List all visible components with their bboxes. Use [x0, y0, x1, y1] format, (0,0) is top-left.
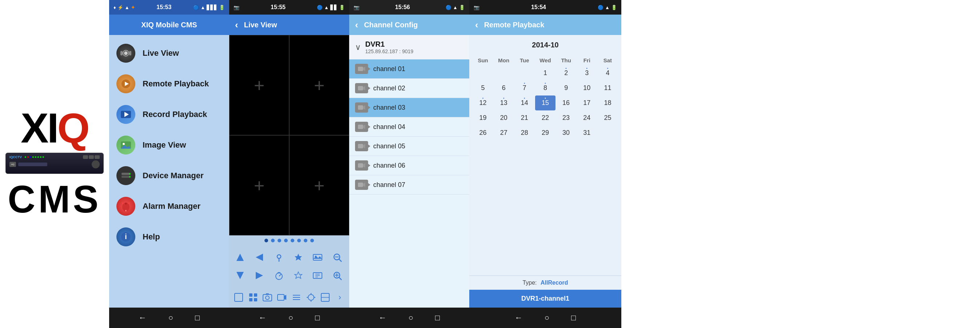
- cal-cell-18[interactable]: 18: [598, 96, 618, 110]
- channel-row-5[interactable]: channel 05: [349, 137, 469, 156]
- page-dot-7[interactable]: [304, 239, 307, 242]
- back-btn-pb[interactable]: ←: [515, 313, 523, 323]
- ptz-up-btn[interactable]: [232, 249, 248, 265]
- page-dot-6[interactable]: [297, 239, 301, 242]
- cal-cell-5[interactable]: 5: [473, 80, 493, 96]
- menu-item-live-view[interactable]: Live View: [109, 38, 229, 68]
- cal-cell-4[interactable]: 4: [598, 66, 618, 80]
- scene-btn[interactable]: [310, 249, 326, 265]
- calendar-month: 2014-10: [473, 38, 618, 51]
- more-btn[interactable]: ›: [333, 290, 346, 305]
- layout-wide-btn[interactable]: [319, 290, 332, 305]
- bt-channel-icon: 🔵: [445, 5, 452, 10]
- fullscreen-btn[interactable]: [304, 290, 318, 305]
- channel-row-1[interactable]: channel 01: [349, 59, 469, 79]
- cal-cell-19[interactable]: 19: [473, 110, 493, 125]
- menu-item-remote-playback[interactable]: Remote Playback: [109, 69, 229, 98]
- cal-cell-28[interactable]: 28: [514, 125, 535, 140]
- cal-cell-17[interactable]: 17: [577, 96, 597, 110]
- menu-item-image-view[interactable]: Image View: [109, 130, 229, 160]
- cal-cell-23[interactable]: 23: [556, 110, 576, 125]
- focus-btn[interactable]: [290, 267, 306, 283]
- cal-cell-14[interactable]: 14: [514, 96, 535, 110]
- cal-cell-11[interactable]: 11: [598, 80, 618, 96]
- cal-cell-22[interactable]: 22: [535, 110, 555, 125]
- cal-cell-12[interactable]: 12: [473, 96, 493, 110]
- ptz-left-btn[interactable]: [251, 249, 267, 265]
- cal-cell-21[interactable]: 21: [514, 110, 535, 125]
- channel-row-4[interactable]: channel 04: [349, 117, 469, 137]
- ptz-right-btn[interactable]: [251, 267, 267, 283]
- cal-cell-2[interactable]: 2: [556, 66, 576, 80]
- cal-cell-6[interactable]: 6: [494, 80, 514, 96]
- expand-dvr-icon[interactable]: ∨: [355, 43, 361, 52]
- back-btn-menu[interactable]: ←: [138, 313, 146, 323]
- cal-cell-25[interactable]: 25: [598, 110, 618, 125]
- recent-btn-live[interactable]: □: [315, 313, 320, 323]
- back-arrow-live[interactable]: ‹: [235, 19, 238, 30]
- iris-btn[interactable]: [290, 249, 306, 265]
- channel-row-3[interactable]: channel 03: [349, 98, 469, 117]
- layout-1x1-btn[interactable]: [232, 290, 245, 305]
- cal-cell-16[interactable]: 16: [556, 96, 576, 110]
- menu-item-alarm-manager[interactable]: Alarm Manager: [109, 192, 229, 221]
- record-btn[interactable]: [275, 290, 288, 305]
- page-dot-8[interactable]: [310, 239, 314, 242]
- home-btn-pb[interactable]: ○: [544, 313, 549, 323]
- live-cell-3[interactable]: +: [229, 135, 289, 235]
- zoom-in-btn[interactable]: [329, 267, 345, 283]
- live-cell-2[interactable]: +: [289, 35, 349, 135]
- cal-header-wed: Wed: [535, 55, 555, 66]
- speed-btn[interactable]: [271, 267, 287, 283]
- recent-btn-pb[interactable]: □: [571, 313, 576, 323]
- cal-cell-7[interactable]: 7: [514, 80, 535, 96]
- cal-cell-9[interactable]: 9: [556, 80, 576, 96]
- back-btn-live[interactable]: ←: [259, 313, 267, 323]
- cal-cell-20[interactable]: 20: [494, 110, 514, 125]
- zoom-out-btn[interactable]: [329, 249, 345, 265]
- live-cell-1[interactable]: +: [229, 35, 289, 135]
- cal-cell-10[interactable]: 10: [577, 80, 597, 96]
- menu-item-record-playback[interactable]: Record Playback: [109, 100, 229, 129]
- cal-cell-8[interactable]: 8: [535, 80, 555, 96]
- channel-row-6[interactable]: channel 06: [349, 156, 469, 175]
- cal-cell-29[interactable]: 29: [535, 125, 555, 140]
- back-arrow-channel[interactable]: ‹: [355, 19, 358, 30]
- cal-cell-24[interactable]: 24: [577, 110, 597, 125]
- page-dot-5[interactable]: [291, 239, 294, 242]
- location-btn[interactable]: [271, 249, 287, 265]
- ptz-down-btn[interactable]: [232, 267, 248, 283]
- channel-row-2[interactable]: channel 02: [349, 79, 469, 98]
- layout-2x2-btn[interactable]: [247, 290, 260, 305]
- home-btn-channel[interactable]: ○: [409, 313, 413, 323]
- home-btn-menu[interactable]: ○: [169, 313, 173, 323]
- svg-rect-49: [249, 298, 253, 301]
- recent-btn-channel[interactable]: □: [435, 313, 440, 323]
- home-btn-live[interactable]: ○: [288, 313, 293, 323]
- back-btn-channel[interactable]: ←: [379, 313, 387, 323]
- cal-cell-1[interactable]: 1: [535, 66, 555, 80]
- page-dot-2[interactable]: [271, 239, 275, 242]
- cal-cell-30[interactable]: 30: [556, 125, 576, 140]
- list-btn[interactable]: [290, 290, 303, 305]
- cal-cell-13[interactable]: 13: [494, 96, 514, 110]
- channel-select-btn[interactable]: DVR1-channel1: [469, 290, 621, 307]
- svg-point-59: [308, 294, 314, 300]
- scene2-btn[interactable]: [310, 267, 326, 283]
- menu-item-device-manager[interactable]: Device Manager: [109, 161, 229, 190]
- page-dot-4[interactable]: [284, 239, 288, 242]
- page-dot-1[interactable]: [264, 239, 268, 242]
- camera-pb-icon: 📷: [474, 5, 479, 10]
- page-dot-3[interactable]: [278, 239, 281, 242]
- channel-row-7[interactable]: channel 07: [349, 175, 469, 195]
- cal-cell-31[interactable]: 31: [577, 125, 597, 140]
- cal-cell-3[interactable]: 3: [577, 66, 597, 80]
- cal-cell-15-today[interactable]: 15: [535, 96, 555, 110]
- snapshot-btn[interactable]: [261, 290, 274, 305]
- cal-cell-26[interactable]: 26: [473, 125, 493, 140]
- menu-item-help[interactable]: i Help: [109, 222, 229, 251]
- cal-cell-27[interactable]: 27: [494, 125, 514, 140]
- live-cell-4[interactable]: +: [289, 135, 349, 235]
- recent-btn-menu[interactable]: □: [195, 313, 200, 323]
- back-arrow-pb[interactable]: ‹: [475, 19, 478, 30]
